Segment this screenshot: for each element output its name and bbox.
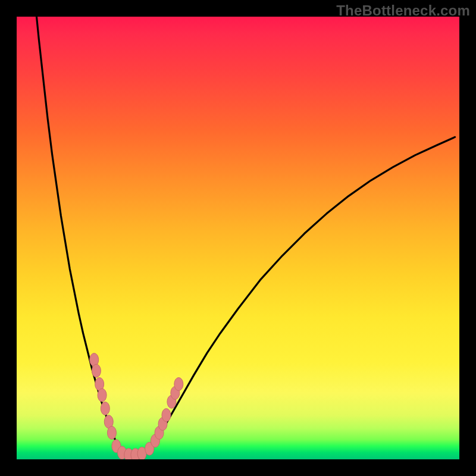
watermark-text: TheBottleneck.com bbox=[336, 2, 470, 19]
dot-marker bbox=[101, 402, 109, 415]
chart-overlay-svg bbox=[17, 17, 459, 459]
dot-marker bbox=[98, 389, 107, 402]
chart-frame: TheBottleneck.com bbox=[0, 0, 476, 476]
dot-marker bbox=[107, 426, 116, 439]
dot-marker bbox=[162, 409, 171, 422]
dot-marker bbox=[174, 378, 183, 391]
dot-marker bbox=[92, 364, 101, 377]
highlighted-dots bbox=[90, 353, 183, 459]
plot-area bbox=[17, 17, 459, 459]
